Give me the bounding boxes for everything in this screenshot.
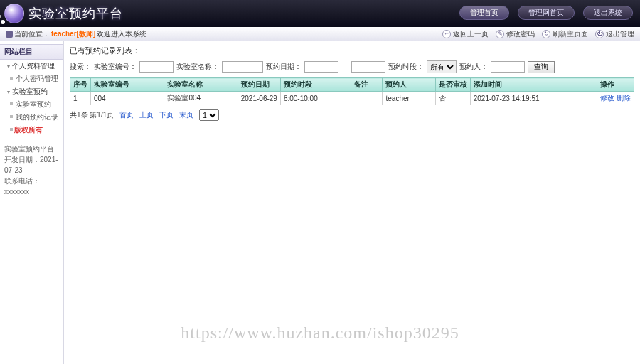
admin-home-button[interactable]: 管理首页 [459, 6, 509, 20]
th-name: 实验室名称 [164, 78, 238, 92]
sidebar-item-my-records[interactable]: 我的预约记录 [0, 111, 63, 124]
toolbar: 当前位置： teacher[教师] 欢迎进入本系统 ←返回上一页 ✎修改密码 ↻… [0, 27, 640, 41]
lab-name-label: 实验室名称： [176, 62, 219, 72]
key-icon: ✎ [496, 30, 504, 38]
date-from-input[interactable] [304, 61, 338, 73]
cell-ops: 修改 删除 [597, 92, 634, 105]
cell-note [351, 92, 383, 105]
app-title: 实验室预约平台 [28, 5, 123, 22]
records-table: 序号 实验室编号 实验室名称 预约日期 预约时段 备注 预约人 是否审核 添加时… [70, 77, 634, 105]
th-code: 实验室编号 [91, 78, 164, 92]
cell-slot: 8:00-10:00 [280, 92, 351, 105]
footer-tel-value: xxxxxxx [4, 188, 29, 196]
slot-select[interactable]: 所有 [427, 60, 457, 73]
lab-code-input[interactable] [139, 61, 174, 73]
th-idx: 序号 [70, 78, 91, 92]
sidebar-group-booking[interactable]: 实验室预约 [0, 85, 63, 98]
sidebar-group-profile[interactable]: 个人资料管理 [0, 60, 63, 73]
th-date: 预约日期 [238, 78, 280, 92]
sidebar-item-booking[interactable]: 实验室预约 [0, 98, 63, 111]
logout-button[interactable]: 退出系统 [583, 6, 633, 20]
pager-last[interactable]: 末页 [179, 110, 193, 120]
th-added: 添加时间 [470, 78, 597, 92]
cell-idx: 1 [70, 92, 91, 105]
cell-name: 实验室004 [164, 92, 238, 105]
header: 实验室预约平台 管理首页 管理网首页 退出系统 [0, 0, 640, 27]
crumb-role: [教师] [77, 30, 96, 38]
cell-person: teacher [383, 92, 435, 105]
panel-title: 已有预约记录列表： [70, 46, 634, 56]
search-button[interactable]: 查询 [528, 61, 555, 73]
lab-code-label: 实验室编号： [94, 62, 137, 72]
pager-first[interactable]: 首页 [119, 110, 134, 120]
th-note: 备注 [351, 78, 383, 92]
pager-select[interactable]: 1 [199, 109, 219, 121]
pager: 共1条 第1/1页 首页 上页 下页 末页 1 [70, 109, 634, 121]
crumb-suffix: 欢迎进入本系统 [97, 29, 146, 39]
footer-platform: 实验室预约平台 [4, 144, 59, 154]
footer-tel-label: 联系电话： [4, 177, 40, 185]
person-input[interactable] [491, 61, 525, 73]
th-op: 操作 [597, 78, 634, 92]
th-audit: 是否审核 [435, 78, 470, 92]
th-slot: 预约时段 [280, 78, 351, 92]
sidebar-footer: 实验室预约平台 开发日期：2021-07-23 联系电话：xxxxxxx [0, 141, 63, 200]
search-bar: 搜索： 实验室编号： 实验室名称： 预约日期： — 预约时段： 所有 预约人： … [70, 60, 634, 73]
main-content: 已有预约记录列表： 搜索： 实验室编号： 实验室名称： 预约日期： — 预约时段… [64, 41, 640, 364]
cell-code: 004 [91, 92, 164, 105]
crumb-user: teacher [51, 30, 77, 38]
search-label: 搜索： [70, 62, 91, 72]
date-label: 预约日期： [266, 62, 302, 72]
footer-dev-label: 开发日期： [4, 156, 40, 164]
exit-admin-button[interactable]: ⏻退出管理 [595, 29, 634, 39]
pager-next[interactable]: 下页 [159, 110, 174, 120]
exit-icon: ⏻ [595, 30, 604, 38]
edit-link[interactable]: 修改 [600, 94, 614, 102]
breadcrumb: 当前位置： teacher[教师] 欢迎进入本系统 [6, 29, 146, 39]
refresh-button[interactable]: ↻刷新主页面 [542, 29, 588, 39]
person-label: 预约人： [459, 62, 488, 72]
header-buttons: 管理首页 管理网首页 退出系统 [459, 6, 633, 20]
table-row: 1 004 实验室004 2021-06-29 8:00-10:00 teach… [70, 92, 634, 105]
back-button[interactable]: ←返回上一页 [442, 29, 489, 39]
cell-date: 2021-06-29 [238, 92, 280, 105]
date-dash: — [341, 63, 348, 71]
sidebar-item-refresh[interactable]: 版权所有 [0, 124, 63, 136]
lab-name-input[interactable] [222, 61, 263, 73]
sidebar-item-password[interactable]: 个人密码管理 [0, 73, 63, 85]
delete-link[interactable]: 删除 [617, 94, 631, 102]
cell-added: 2021-07-23 14:19:51 [470, 92, 597, 105]
cell-audit: 否 [435, 92, 470, 105]
logo: 实验室预约平台 [4, 4, 123, 23]
sidebar-title: 网站栏目 [0, 44, 63, 60]
th-person: 预约人 [383, 78, 435, 92]
back-icon: ← [442, 30, 451, 38]
slot-label: 预约时段： [388, 62, 424, 72]
refresh-icon: ↻ [542, 30, 550, 38]
pager-prev[interactable]: 上页 [139, 110, 154, 120]
logo-icon [4, 4, 24, 23]
date-to-input[interactable] [351, 61, 385, 73]
right-tools: ←返回上一页 ✎修改密码 ↻刷新主页面 ⏻退出管理 [442, 29, 634, 39]
crumb-icon [6, 31, 13, 38]
front-site-button[interactable]: 管理网首页 [518, 6, 575, 20]
pager-total: 共1条 第1/1页 [70, 110, 114, 120]
crumb-prefix: 当前位置： [14, 29, 50, 39]
sidebar: 网站栏目 个人资料管理 个人密码管理 实验室预约 实验室预约 我的预约记录 版权… [0, 41, 64, 364]
change-password-button[interactable]: ✎修改密码 [496, 29, 535, 39]
